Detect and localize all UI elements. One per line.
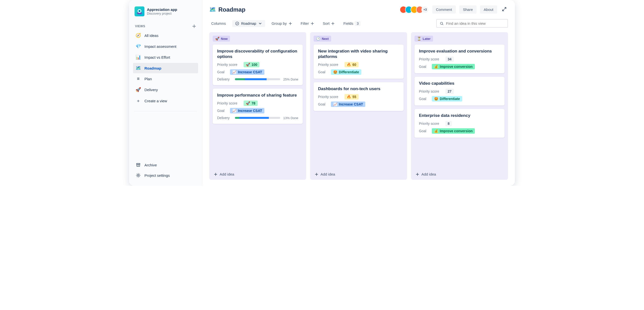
top-actions: +3 Comment Share About [400, 6, 508, 14]
svg-rect-5 [137, 164, 140, 166]
priority-row: Priority score🔥60 [318, 62, 399, 67]
add-idea-button[interactable]: Add idea [314, 169, 404, 176]
priority-label: Priority score [419, 57, 442, 61]
column-title: Later [423, 37, 430, 41]
plan-icon: ≡ [136, 76, 141, 82]
avatar-overflow[interactable]: +3 [422, 6, 429, 13]
card-title: Dashboards for non-tech users [318, 86, 399, 92]
project-header[interactable]: Appreciation app Discovery project [133, 5, 198, 21]
idea-card[interactable]: Improve performance of sharing featurePr… [213, 89, 303, 124]
columns-control[interactable]: Columns [209, 20, 228, 27]
idea-card[interactable]: Improve discoverability of configuration… [213, 45, 303, 85]
add-idea-button[interactable]: Add idea [213, 169, 303, 176]
delivery-icon: 🚀 [136, 87, 141, 92]
delivery-label: Delivery [217, 116, 232, 120]
idea-card[interactable]: Dashboards for non-tech usersPriority sc… [314, 82, 404, 111]
sidebar-item-roadmap[interactable]: 🗺️Roadmap [133, 63, 198, 73]
priority-value: 🚀100 [244, 62, 260, 67]
page-title-wrap: 🗺️ Roadmap [209, 6, 245, 13]
priority-value: 27 [446, 89, 454, 94]
cards-container: Improve discoverability of configuration… [213, 45, 303, 124]
sort-control[interactable]: Sort [321, 20, 337, 27]
project-subtitle: Discovery project [147, 12, 177, 15]
add-idea-label: Add idea [320, 172, 335, 176]
priority-row: Priority score27 [419, 89, 500, 94]
main: 🗺️ Roadmap +3 Comment Share About Column… [202, 0, 515, 186]
goal-icon: 📈 [333, 102, 337, 106]
sidebar-item-label: Create a view [144, 99, 167, 103]
plus-icon [416, 172, 420, 176]
priority-number: 8 [448, 122, 450, 126]
priority-number: 78 [252, 101, 256, 105]
columns-label: Columns [211, 21, 226, 26]
goal-text: Increase CSAT [339, 102, 363, 106]
column-header-now[interactable]: 🚀Now [213, 36, 230, 42]
sidebar-item-label: Delivery [144, 88, 158, 92]
column-header-later[interactable]: ⏳Later [414, 36, 433, 42]
sidebar-item-create-a-view[interactable]: ＋Create a view [133, 95, 198, 106]
priority-number: 55 [352, 95, 356, 99]
search-input-wrap[interactable] [436, 19, 508, 28]
plus-icon [214, 172, 218, 176]
next-icon: 🕒 [316, 37, 320, 41]
comment-button[interactable]: Comment [432, 6, 456, 14]
priority-icon: 🔥 [347, 63, 351, 67]
idea-card[interactable]: Enterprise data residencyPriority score8… [414, 109, 504, 138]
fields-control[interactable]: Fields 3 [341, 20, 362, 28]
goal-text: Increase CSAT [238, 109, 262, 113]
fields-count: 3 [355, 21, 360, 26]
idea-card[interactable]: Improve evaluation and conversionsPriori… [414, 45, 504, 73]
sidebar-item-all-ideas[interactable]: 🧭All ideas [133, 30, 198, 41]
avatars[interactable]: +3 [400, 6, 429, 13]
search-input[interactable] [446, 21, 504, 26]
idea-card[interactable]: Video capabilitiesPriority score27Goal🤩D… [414, 77, 504, 106]
about-button[interactable]: About [480, 6, 497, 14]
add-view-icon[interactable] [192, 24, 196, 28]
sidebar-item-impact-assessment[interactable]: 💎Impact assessment [133, 41, 198, 52]
column-selector-label: Roadmap [241, 22, 256, 26]
sidebar-footer-archive[interactable]: Archive [133, 160, 198, 170]
impact-vs-effort-icon: 📊 [136, 55, 141, 60]
toolbar: Columns Roadmap Group by Filter Sort Fie… [202, 16, 515, 31]
card-title: Enterprise data residency [419, 113, 500, 118]
filter-control[interactable]: Filter [299, 20, 316, 27]
goal-icon: 🤩 [434, 97, 438, 101]
priority-value: 🚀78 [244, 101, 258, 106]
svg-point-6 [138, 175, 139, 176]
share-button[interactable]: Share [459, 6, 476, 14]
board-column-next: 🕒NextNew integration with video sharing … [310, 32, 407, 180]
goal-label: Goal [419, 97, 429, 101]
column-title: Now [221, 37, 228, 41]
sidebar-item-plan[interactable]: ≡Plan [133, 74, 198, 84]
search-icon [440, 22, 444, 26]
plus-icon [310, 22, 314, 26]
priority-label: Priority score [318, 63, 342, 67]
groupby-control[interactable]: Group by [270, 20, 294, 27]
delivery-bar [235, 78, 280, 80]
priority-label: Priority score [419, 89, 442, 93]
roadmap-icon: 🗺️ [136, 65, 141, 71]
column-header-next[interactable]: 🕒Next [314, 36, 331, 42]
sidebar-footer-project-settings[interactable]: Project settings [133, 170, 198, 180]
expand-icon[interactable] [500, 6, 508, 14]
add-idea-button[interactable]: Add idea [414, 169, 504, 176]
sidebar-item-impact-vs-effort[interactable]: 📊Impact vs Effort [133, 52, 198, 62]
goal-value: 📈Increase CSAT [331, 102, 365, 107]
delivery-label: Delivery [217, 77, 232, 81]
sidebar-footer-label: Archive [144, 163, 157, 167]
goal-value: 🤩Differentiate [432, 96, 462, 102]
priority-row: Priority score8 [419, 121, 500, 126]
column-selector[interactable]: Roadmap [232, 20, 265, 27]
impact-assessment-icon: 💎 [136, 44, 141, 49]
goal-label: Goal [419, 65, 429, 69]
sidebar-item-delivery[interactable]: 🚀Delivery [133, 84, 198, 95]
goal-icon: 🤩 [333, 70, 337, 74]
sidebar: Appreciation app Discovery project VIEWS… [129, 0, 202, 186]
priority-value: 34 [446, 57, 454, 62]
priority-number: 100 [252, 63, 257, 67]
add-idea-label: Add idea [422, 172, 436, 176]
sidebar-footer-label: Project settings [144, 173, 170, 178]
page-title: Roadmap [218, 6, 245, 13]
idea-card[interactable]: New integration with video sharing platf… [314, 45, 404, 79]
priority-icon: 🔥 [347, 95, 351, 99]
